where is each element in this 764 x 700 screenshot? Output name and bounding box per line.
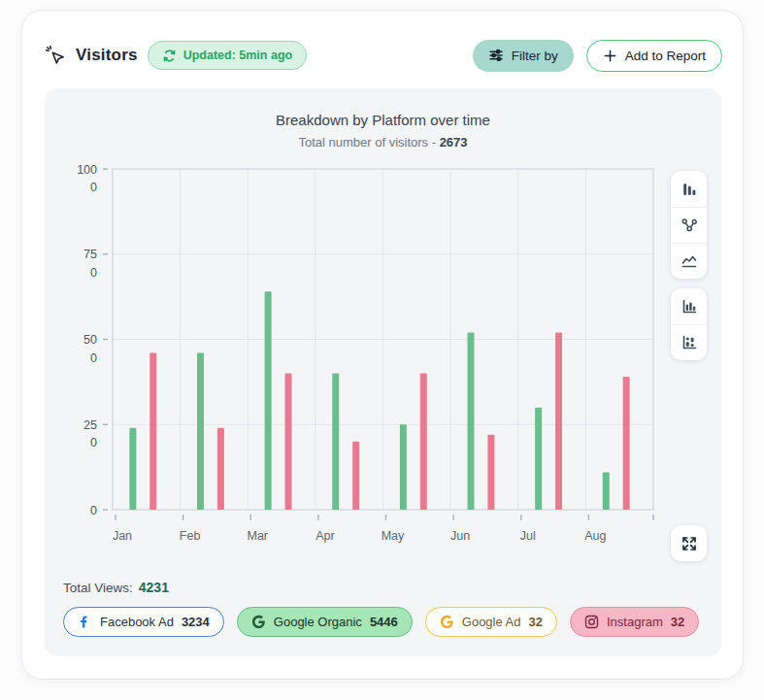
y-tick-label: 75 [83, 248, 97, 261]
y-tick-secondary-label: 0 [90, 181, 97, 194]
bar-mar-series-pink [285, 374, 292, 510]
scatter-chart-icon[interactable] [671, 207, 707, 243]
refresh-icon [162, 49, 177, 63]
bar-apr-series-pink [352, 442, 359, 510]
x-tick-label: Jul [520, 529, 536, 543]
expand-icon [681, 535, 698, 552]
chip-label: Google Ad [462, 615, 521, 629]
total-views: Total Views:4231 [63, 580, 169, 595]
bar-chart-icon[interactable] [671, 171, 707, 207]
chart-title: Breakdown by Platform over time [45, 112, 721, 128]
bar-jun-series-green [468, 332, 475, 510]
x-tick-label: Jan [113, 529, 132, 543]
y-tick-label: 50 [83, 333, 97, 347]
plus-icon [603, 49, 617, 63]
google-icon [251, 615, 266, 629]
card-header: Visitors Updated: 5min ago [45, 36, 722, 75]
expand-button[interactable] [671, 525, 707, 561]
chip-label: Instagram [607, 615, 663, 629]
chip-google-organic[interactable]: Google Organic5446 [237, 607, 413, 637]
bar-axis-chart-icon[interactable] [671, 288, 707, 324]
google-icon [440, 615, 454, 629]
y-tick-secondary-label: 0 [90, 436, 97, 450]
bar-aug-series-green [603, 472, 610, 510]
cursor-click-icon [45, 45, 66, 66]
chart-subtitle: Total number of visitors - 2673 [45, 135, 721, 150]
x-tick-label: Apr [316, 529, 334, 543]
chip-value: 3234 [182, 615, 210, 629]
bar-jan-series-green [129, 428, 136, 510]
dot-axis-chart-icon[interactable] [671, 324, 707, 360]
x-tick-label: Mar [247, 529, 268, 543]
filter-by-button[interactable]: Filter by [473, 40, 574, 72]
chip-value: 32 [671, 615, 684, 629]
chip-value: 32 [529, 615, 543, 629]
chip-google-ad[interactable]: Google Ad32 [425, 607, 557, 637]
chart-subtitle-text: Total number of visitors - [298, 135, 439, 150]
bar-apr-series-green [332, 374, 339, 510]
total-views-label: Total Views: [63, 581, 133, 595]
y-tick-secondary-label: 0 [90, 351, 97, 365]
axes: 10007505002500JanFebMarAprMayJunJulAug [77, 163, 653, 544]
bar-feb-series-pink [217, 428, 224, 510]
bar-jan-series-pink [149, 353, 156, 510]
chip-label: Facebook Ad [100, 615, 174, 629]
bar-may-series-green [400, 424, 407, 510]
bar-jul-series-green [535, 408, 542, 510]
header-left: Visitors Updated: 5min ago [45, 41, 307, 70]
x-tick-label: May [382, 529, 405, 543]
chip-instagram[interactable]: Instagram32 [570, 607, 699, 637]
gridlines [113, 169, 653, 510]
y-tick-label: 25 [83, 418, 97, 432]
bar-feb-series-green [197, 353, 204, 510]
add-to-report-label: Add to Report [625, 49, 706, 63]
chart-panel: Breakdown by Platform over time Total nu… [45, 88, 721, 656]
total-views-value: 4231 [139, 580, 169, 595]
x-tick-label: Jun [450, 529, 470, 543]
bar-jul-series-pink [555, 332, 562, 510]
add-to-report-button[interactable]: Add to Report [586, 40, 722, 72]
y-tick-label: 0 [90, 504, 97, 517]
visitors-card: Visitors Updated: 5min ago [21, 10, 744, 680]
y-tick-label: 100 [77, 163, 97, 177]
chip-value: 5446 [370, 615, 398, 629]
page: Visitors Updated: 5min ago [0, 0, 764, 700]
legend-chips: Facebook Ad3234Google Organic5446Google … [63, 607, 699, 637]
line-chart-icon[interactable] [671, 243, 707, 279]
sliders-icon [488, 48, 504, 63]
bar-jun-series-pink [487, 435, 494, 510]
x-tick-label: Feb [180, 529, 201, 543]
page-title: Visitors [76, 46, 138, 65]
facebook-icon [78, 615, 92, 629]
bar-chart: 10007505002500JanFebMarAprMayJunJulAug [45, 156, 685, 556]
updated-badge-label: Updated: 5min ago [183, 49, 293, 62]
chip-facebook-ad[interactable]: Facebook Ad3234 [63, 607, 224, 637]
chart-type-toolbar-secondary [671, 288, 707, 360]
chart-type-toolbar [671, 171, 707, 279]
updated-badge[interactable]: Updated: 5min ago [148, 41, 308, 70]
bar-aug-series-pink [623, 377, 630, 510]
bars [129, 291, 629, 510]
y-tick-secondary-label: 0 [90, 266, 97, 280]
chip-label: Google Organic [274, 615, 362, 629]
header-right: Filter by Add to Report [473, 40, 722, 72]
bar-mar-series-green [265, 291, 272, 510]
x-tick-label: Aug [584, 529, 606, 543]
instagram-icon [584, 615, 599, 629]
chart-subtitle-value: 2673 [440, 135, 468, 150]
bar-may-series-pink [420, 374, 427, 510]
filter-by-label: Filter by [512, 49, 558, 63]
